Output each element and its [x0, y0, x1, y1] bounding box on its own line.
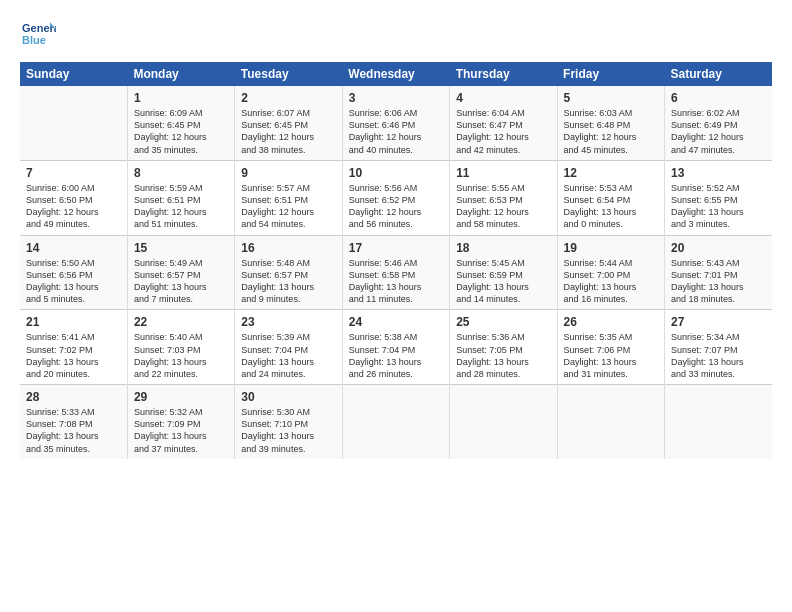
- day-number: 16: [241, 240, 335, 256]
- day-number: 30: [241, 389, 335, 405]
- day-number: 20: [671, 240, 766, 256]
- day-number: 26: [564, 314, 658, 330]
- calendar-cell: 9Sunrise: 5:57 AM Sunset: 6:51 PM Daylig…: [235, 160, 342, 235]
- calendar-cell: 29Sunrise: 5:32 AM Sunset: 7:09 PM Dayli…: [127, 385, 234, 459]
- calendar-cell: [20, 86, 127, 160]
- day-number: 23: [241, 314, 335, 330]
- day-info: Sunrise: 5:38 AM Sunset: 7:04 PM Dayligh…: [349, 331, 443, 380]
- day-number: 22: [134, 314, 228, 330]
- calendar-cell: 17Sunrise: 5:46 AM Sunset: 6:58 PM Dayli…: [342, 235, 449, 310]
- calendar-cell: 3Sunrise: 6:06 AM Sunset: 6:46 PM Daylig…: [342, 86, 449, 160]
- day-info: Sunrise: 6:06 AM Sunset: 6:46 PM Dayligh…: [349, 107, 443, 156]
- day-number: 6: [671, 90, 766, 106]
- page-header: General Blue: [20, 16, 772, 52]
- calendar-week-1: 1Sunrise: 6:09 AM Sunset: 6:45 PM Daylig…: [20, 86, 772, 160]
- calendar-cell: 21Sunrise: 5:41 AM Sunset: 7:02 PM Dayli…: [20, 310, 127, 385]
- day-number: 1: [134, 90, 228, 106]
- calendar-cell: 6Sunrise: 6:02 AM Sunset: 6:49 PM Daylig…: [665, 86, 772, 160]
- day-info: Sunrise: 5:52 AM Sunset: 6:55 PM Dayligh…: [671, 182, 766, 231]
- calendar-cell: 7Sunrise: 6:00 AM Sunset: 6:50 PM Daylig…: [20, 160, 127, 235]
- calendar-week-3: 14Sunrise: 5:50 AM Sunset: 6:56 PM Dayli…: [20, 235, 772, 310]
- logo-svg: General Blue: [20, 16, 56, 52]
- day-number: 19: [564, 240, 658, 256]
- calendar-cell: 27Sunrise: 5:34 AM Sunset: 7:07 PM Dayli…: [665, 310, 772, 385]
- day-info: Sunrise: 5:59 AM Sunset: 6:51 PM Dayligh…: [134, 182, 228, 231]
- day-info: Sunrise: 5:44 AM Sunset: 7:00 PM Dayligh…: [564, 257, 658, 306]
- calendar-week-5: 28Sunrise: 5:33 AM Sunset: 7:08 PM Dayli…: [20, 385, 772, 459]
- calendar-cell: 20Sunrise: 5:43 AM Sunset: 7:01 PM Dayli…: [665, 235, 772, 310]
- calendar-cell: 5Sunrise: 6:03 AM Sunset: 6:48 PM Daylig…: [557, 86, 664, 160]
- day-number: 4: [456, 90, 550, 106]
- day-info: Sunrise: 5:56 AM Sunset: 6:52 PM Dayligh…: [349, 182, 443, 231]
- day-number: 18: [456, 240, 550, 256]
- calendar-table: SundayMondayTuesdayWednesdayThursdayFrid…: [20, 62, 772, 459]
- header-saturday: Saturday: [665, 62, 772, 86]
- day-number: 25: [456, 314, 550, 330]
- day-number: 27: [671, 314, 766, 330]
- calendar-cell: 4Sunrise: 6:04 AM Sunset: 6:47 PM Daylig…: [450, 86, 557, 160]
- day-info: Sunrise: 5:32 AM Sunset: 7:09 PM Dayligh…: [134, 406, 228, 455]
- day-number: 11: [456, 165, 550, 181]
- day-info: Sunrise: 6:02 AM Sunset: 6:49 PM Dayligh…: [671, 107, 766, 156]
- calendar-cell: 2Sunrise: 6:07 AM Sunset: 6:45 PM Daylig…: [235, 86, 342, 160]
- day-number: 24: [349, 314, 443, 330]
- day-info: Sunrise: 5:46 AM Sunset: 6:58 PM Dayligh…: [349, 257, 443, 306]
- day-info: Sunrise: 6:00 AM Sunset: 6:50 PM Dayligh…: [26, 182, 121, 231]
- calendar-cell: 26Sunrise: 5:35 AM Sunset: 7:06 PM Dayli…: [557, 310, 664, 385]
- day-number: 8: [134, 165, 228, 181]
- day-number: 13: [671, 165, 766, 181]
- day-info: Sunrise: 5:55 AM Sunset: 6:53 PM Dayligh…: [456, 182, 550, 231]
- header-wednesday: Wednesday: [342, 62, 449, 86]
- day-info: Sunrise: 5:45 AM Sunset: 6:59 PM Dayligh…: [456, 257, 550, 306]
- day-number: 14: [26, 240, 121, 256]
- day-info: Sunrise: 5:35 AM Sunset: 7:06 PM Dayligh…: [564, 331, 658, 380]
- calendar-cell: 16Sunrise: 5:48 AM Sunset: 6:57 PM Dayli…: [235, 235, 342, 310]
- day-number: 17: [349, 240, 443, 256]
- day-info: Sunrise: 5:40 AM Sunset: 7:03 PM Dayligh…: [134, 331, 228, 380]
- svg-text:Blue: Blue: [22, 34, 46, 46]
- day-info: Sunrise: 6:07 AM Sunset: 6:45 PM Dayligh…: [241, 107, 335, 156]
- calendar-cell: 11Sunrise: 5:55 AM Sunset: 6:53 PM Dayli…: [450, 160, 557, 235]
- day-info: Sunrise: 5:53 AM Sunset: 6:54 PM Dayligh…: [564, 182, 658, 231]
- header-monday: Monday: [127, 62, 234, 86]
- calendar-cell: 25Sunrise: 5:36 AM Sunset: 7:05 PM Dayli…: [450, 310, 557, 385]
- day-info: Sunrise: 5:36 AM Sunset: 7:05 PM Dayligh…: [456, 331, 550, 380]
- day-info: Sunrise: 5:41 AM Sunset: 7:02 PM Dayligh…: [26, 331, 121, 380]
- day-number: 10: [349, 165, 443, 181]
- day-number: 7: [26, 165, 121, 181]
- day-number: 5: [564, 90, 658, 106]
- day-info: Sunrise: 5:48 AM Sunset: 6:57 PM Dayligh…: [241, 257, 335, 306]
- day-number: 28: [26, 389, 121, 405]
- calendar-cell: 30Sunrise: 5:30 AM Sunset: 7:10 PM Dayli…: [235, 385, 342, 459]
- calendar-cell: 22Sunrise: 5:40 AM Sunset: 7:03 PM Dayli…: [127, 310, 234, 385]
- header-thursday: Thursday: [450, 62, 557, 86]
- logo: General Blue: [20, 16, 56, 52]
- calendar-week-4: 21Sunrise: 5:41 AM Sunset: 7:02 PM Dayli…: [20, 310, 772, 385]
- calendar-cell: [557, 385, 664, 459]
- day-info: Sunrise: 6:03 AM Sunset: 6:48 PM Dayligh…: [564, 107, 658, 156]
- day-number: 3: [349, 90, 443, 106]
- calendar-week-2: 7Sunrise: 6:00 AM Sunset: 6:50 PM Daylig…: [20, 160, 772, 235]
- day-info: Sunrise: 5:49 AM Sunset: 6:57 PM Dayligh…: [134, 257, 228, 306]
- calendar-cell: 1Sunrise: 6:09 AM Sunset: 6:45 PM Daylig…: [127, 86, 234, 160]
- day-info: Sunrise: 5:43 AM Sunset: 7:01 PM Dayligh…: [671, 257, 766, 306]
- header-tuesday: Tuesday: [235, 62, 342, 86]
- calendar-cell: 14Sunrise: 5:50 AM Sunset: 6:56 PM Dayli…: [20, 235, 127, 310]
- calendar-cell: [665, 385, 772, 459]
- header-sunday: Sunday: [20, 62, 127, 86]
- calendar-cell: 12Sunrise: 5:53 AM Sunset: 6:54 PM Dayli…: [557, 160, 664, 235]
- calendar-cell: 15Sunrise: 5:49 AM Sunset: 6:57 PM Dayli…: [127, 235, 234, 310]
- calendar-cell: 19Sunrise: 5:44 AM Sunset: 7:00 PM Dayli…: [557, 235, 664, 310]
- day-info: Sunrise: 5:33 AM Sunset: 7:08 PM Dayligh…: [26, 406, 121, 455]
- calendar-cell: 13Sunrise: 5:52 AM Sunset: 6:55 PM Dayli…: [665, 160, 772, 235]
- day-number: 12: [564, 165, 658, 181]
- calendar-cell: 18Sunrise: 5:45 AM Sunset: 6:59 PM Dayli…: [450, 235, 557, 310]
- calendar-header-row: SundayMondayTuesdayWednesdayThursdayFrid…: [20, 62, 772, 86]
- day-info: Sunrise: 5:39 AM Sunset: 7:04 PM Dayligh…: [241, 331, 335, 380]
- calendar-cell: 28Sunrise: 5:33 AM Sunset: 7:08 PM Dayli…: [20, 385, 127, 459]
- calendar-cell: 24Sunrise: 5:38 AM Sunset: 7:04 PM Dayli…: [342, 310, 449, 385]
- day-number: 21: [26, 314, 121, 330]
- day-number: 9: [241, 165, 335, 181]
- day-info: Sunrise: 5:50 AM Sunset: 6:56 PM Dayligh…: [26, 257, 121, 306]
- calendar-cell: 8Sunrise: 5:59 AM Sunset: 6:51 PM Daylig…: [127, 160, 234, 235]
